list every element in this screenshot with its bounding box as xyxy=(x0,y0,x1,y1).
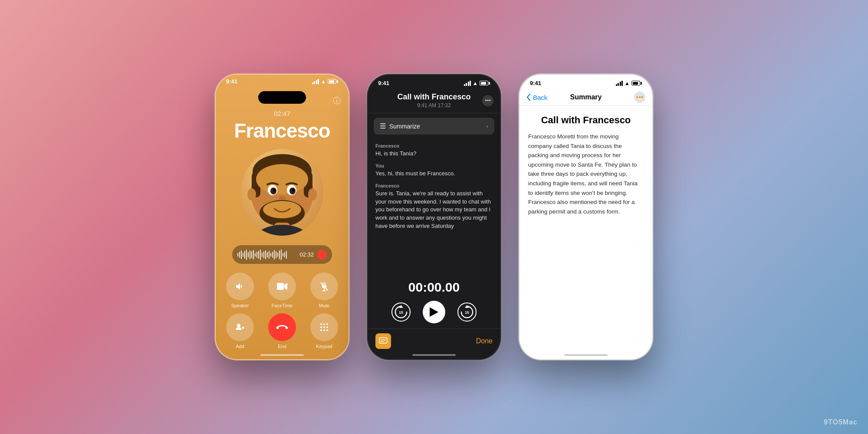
call-duration: 02:47 xyxy=(274,110,290,117)
svg-rect-18 xyxy=(277,283,284,290)
record-button[interactable] xyxy=(317,250,327,260)
controls-row-2: Add End xyxy=(226,313,338,349)
svg-point-26 xyxy=(320,323,322,325)
play-button[interactable] xyxy=(423,301,445,323)
phone2-frame: 9:41 ▲ Call with Francesco xyxy=(367,74,501,360)
speaker-label: Speaker xyxy=(231,303,249,308)
playback-timer: 00:00.00 xyxy=(368,276,500,301)
home-indicator-1 xyxy=(260,354,304,356)
status-time-3: 9:41 xyxy=(530,80,541,86)
transcript-subtitle: 9:41 AM 17:32 xyxy=(376,102,492,108)
speaker-name-0: Francesco xyxy=(375,143,493,148)
svg-point-29 xyxy=(320,326,322,328)
svg-point-4 xyxy=(256,164,308,194)
speaker-name-2: Francesco xyxy=(375,183,493,188)
mute-label: Mute xyxy=(319,303,329,308)
back-button[interactable]: Back xyxy=(526,94,547,101)
wifi-icon-1: ▲ xyxy=(321,79,326,85)
skip-back-button[interactable]: 15 xyxy=(391,302,411,322)
svg-rect-40 xyxy=(379,338,387,343)
svg-point-32 xyxy=(320,329,322,331)
svg-point-15 xyxy=(256,225,308,236)
svg-point-34 xyxy=(326,329,328,331)
svg-point-17 xyxy=(308,188,317,201)
speaker-name-1: You xyxy=(375,163,493,168)
avatar-area xyxy=(239,146,326,238)
summarize-bar[interactable]: ☰ Summarize › xyxy=(374,118,494,135)
more-icon-3: ••• xyxy=(636,93,644,101)
more-options-button[interactable]: ••• xyxy=(482,95,493,106)
transcript-title: Call with Francesco xyxy=(376,92,492,102)
status-time-2: 9:41 xyxy=(378,80,389,86)
svg-point-31 xyxy=(326,326,328,328)
svg-marker-19 xyxy=(284,283,287,290)
done-button[interactable]: Done xyxy=(476,337,493,345)
keypad-button[interactable]: Keypad xyxy=(310,313,338,349)
svg-point-13 xyxy=(263,201,301,218)
end-label: End xyxy=(278,344,286,349)
info-icon[interactable]: ⓘ xyxy=(333,95,341,106)
summarize-icon: ☰ xyxy=(380,122,386,130)
chat-icon-button[interactable] xyxy=(375,333,391,349)
speaker-button[interactable]: Speaker xyxy=(226,273,254,308)
waveform xyxy=(237,250,296,260)
wifi-icon-3: ▲ xyxy=(625,80,630,86)
svg-text:15: 15 xyxy=(399,310,403,315)
mute-icon xyxy=(310,273,338,300)
watermark: 9TO5Mac xyxy=(824,418,858,426)
signal-icon-1 xyxy=(312,79,319,84)
end-icon xyxy=(268,313,296,341)
recording-bar[interactable]: 02:32 xyxy=(232,245,332,264)
call-controls: Speaker FaceTime xyxy=(216,273,349,354)
status-bar-1: 9:41 ▲ xyxy=(216,75,349,86)
svg-point-27 xyxy=(323,323,325,325)
transcript-entry-2: Francesco Sure is. Tania, we're all read… xyxy=(375,183,493,230)
status-icons-2: ▲ xyxy=(464,80,490,86)
end-button[interactable]: End xyxy=(268,313,296,349)
summary-body: Call with Francesco Francesco Moretti fr… xyxy=(519,106,652,225)
battery-icon-2 xyxy=(480,81,490,85)
signal-icon-2 xyxy=(464,81,471,86)
speaker-icon xyxy=(226,273,254,300)
svg-point-28 xyxy=(326,323,328,325)
skip-forward-button[interactable]: 15 xyxy=(457,302,477,322)
status-icons-3: ▲ xyxy=(616,80,642,86)
transcript-entry-0: Francesco Hi, is this Tania? xyxy=(375,143,493,158)
transcript-entry-1: You Yes, hi, this must be Francesco. xyxy=(375,163,493,178)
keypad-icon xyxy=(310,313,338,341)
add-label: Add xyxy=(236,344,244,349)
summary-title: Call with Francesco xyxy=(528,115,644,126)
more-options-button-3[interactable]: ••• xyxy=(634,92,645,103)
mute-button[interactable]: Mute xyxy=(310,273,338,308)
home-indicator-3 xyxy=(564,354,608,356)
svg-text:15: 15 xyxy=(465,310,469,315)
svg-point-16 xyxy=(247,188,256,201)
signal-icon-3 xyxy=(616,81,623,86)
status-icons-1: ▲ xyxy=(312,79,338,85)
speaker-text-2: Sure is. Tania, we're all ready to assis… xyxy=(375,190,493,230)
svg-point-30 xyxy=(323,326,325,328)
summary-text: Francesco Moretti from the moving compan… xyxy=(528,132,644,216)
phone3-frame: 9:41 ▲ xyxy=(519,74,653,360)
transcript-footer: Done xyxy=(368,329,500,354)
dynamic-island-1 xyxy=(258,91,306,104)
rec-timer: 02:32 xyxy=(299,251,314,258)
status-bar-3: 9:41 ▲ xyxy=(519,75,652,88)
controls-row-1: Speaker FaceTime xyxy=(226,273,338,308)
facetime-button[interactable]: FaceTime xyxy=(268,273,296,308)
add-button[interactable]: Add xyxy=(226,313,254,349)
status-time-1: 9:41 xyxy=(226,78,237,85)
battery-icon-1 xyxy=(328,79,338,84)
back-label: Back xyxy=(533,94,547,101)
keypad-label: Keypad xyxy=(316,344,332,349)
memoji-avatar xyxy=(241,149,323,236)
svg-point-9 xyxy=(273,189,276,191)
phone3-screen: 9:41 ▲ xyxy=(519,75,652,359)
transcript-header: Call with Francesco 9:41 AM 17:32 ••• xyxy=(368,88,500,113)
svg-point-33 xyxy=(323,329,325,331)
battery-icon-3 xyxy=(631,81,642,85)
speaker-text-0: Hi, is this Tania? xyxy=(375,150,493,158)
phone2-screen: 9:41 ▲ Call with Francesco xyxy=(368,75,500,359)
add-icon xyxy=(226,313,254,341)
svg-marker-37 xyxy=(430,307,438,317)
